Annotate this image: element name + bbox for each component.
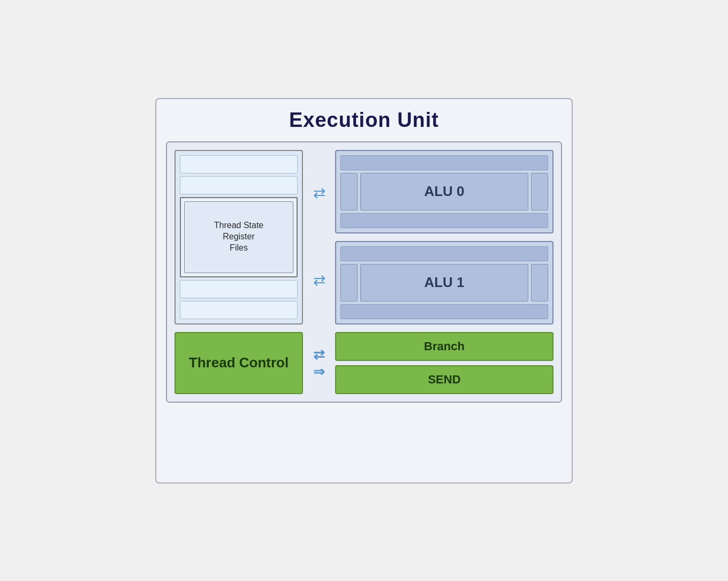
alu0-panel: ALU 0 <box>335 150 553 233</box>
alu1-bottom-bar <box>340 304 548 319</box>
alu0-bottom-bar <box>340 213 548 228</box>
branch-box: Branch <box>335 332 553 361</box>
bottom-arrow-col: ⇄ ⇒ <box>303 332 335 394</box>
reg-row-4 <box>180 280 298 298</box>
tsrf-line2: Register <box>223 231 255 243</box>
reg-row-2 <box>180 176 298 194</box>
alu0-side-right <box>531 173 548 210</box>
alu1-label: ALU 1 <box>424 274 464 291</box>
arrow-branch: ⇄ <box>313 348 325 361</box>
thread-control-label: Thread Control <box>189 354 289 371</box>
reg-row-tsrf: Thread State Register Files <box>180 197 298 277</box>
branch-label: Branch <box>424 339 465 353</box>
alu0-main: ALU 0 <box>360 173 528 210</box>
alu0-side-left <box>340 173 358 210</box>
bottom-row: Thread Control ⇄ ⇒ Branch SEND <box>175 332 553 394</box>
alu0-label: ALU 0 <box>424 183 464 200</box>
alu1-side-left <box>340 264 358 301</box>
tsrf-line1: Thread State <box>214 220 264 231</box>
arrow-to-alu0: ⇄ <box>313 186 325 201</box>
branch-send-col: Branch SEND <box>335 332 553 394</box>
arrow-send: ⇒ <box>313 365 325 379</box>
reg-row-1 <box>180 155 298 173</box>
alu1-panel: ALU 1 <box>335 241 553 325</box>
alu1-top-bar <box>340 246 548 261</box>
alu0-top-bar <box>340 155 548 170</box>
alu1-middle-row: ALU 1 <box>340 264 548 301</box>
arrow-to-alu1: ⇄ <box>313 273 325 288</box>
register-panel: Thread State Register Files <box>175 150 303 325</box>
top-row: Thread State Register Files ⇄ ⇄ <box>175 150 553 325</box>
alu1-main: ALU 1 <box>360 264 528 301</box>
send-box: SEND <box>335 365 553 394</box>
alu0-middle-row: ALU 0 <box>340 173 548 210</box>
tsrf-inner: Thread State Register Files <box>184 201 293 273</box>
diagram-title: Execution Unit <box>166 109 562 132</box>
alu-col: ALU 0 ALU 1 <box>335 150 553 325</box>
main-inner-panel: Thread State Register Files ⇄ ⇄ <box>166 141 562 403</box>
execution-unit-diagram: Execution Unit Thread State Register Fil… <box>155 98 573 484</box>
reg-row-5 <box>180 301 298 319</box>
alu1-side-right <box>531 264 548 301</box>
left-arrow-col: ⇄ ⇄ <box>303 150 335 325</box>
tsrf-line3: Files <box>230 243 248 254</box>
thread-control-box: Thread Control <box>175 332 303 394</box>
send-label: SEND <box>428 373 460 387</box>
